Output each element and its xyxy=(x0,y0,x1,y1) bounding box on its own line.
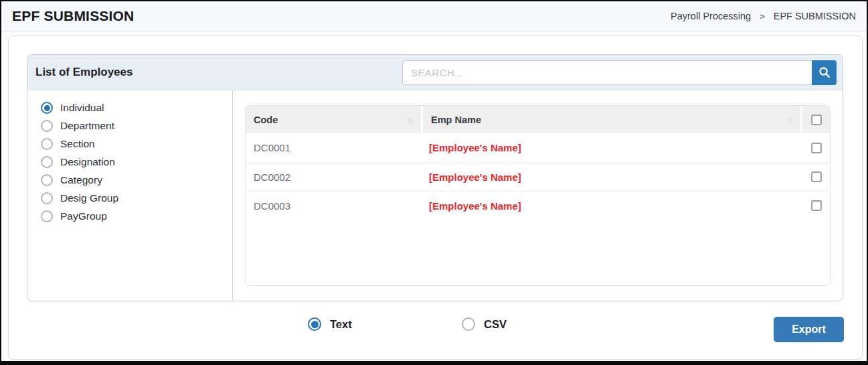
filter-option-paygroup[interactable]: PayGroup xyxy=(41,210,232,222)
main-card: List of Employees xyxy=(8,35,863,360)
employee-code: DC0001 xyxy=(246,142,421,153)
filter-option-department[interactable]: Department xyxy=(41,120,232,132)
epf-submission-screen: EPF SUBMISSION Payroll Processing > EPF … xyxy=(0,0,868,365)
export-footer: Text CSV Export xyxy=(9,301,862,360)
export-button[interactable]: Export xyxy=(774,317,844,342)
breadcrumb-current: EPF SUBMISSION xyxy=(774,11,856,21)
search-bar xyxy=(402,60,837,85)
filter-option-label: PayGroup xyxy=(60,210,107,222)
format-option-label: CSV xyxy=(484,318,507,331)
filter-option-label: Department xyxy=(60,120,114,132)
filter-option-category[interactable]: Category xyxy=(41,174,232,186)
radio-icon xyxy=(41,192,53,204)
column-header-emp-name[interactable]: Emp Name ↑↓ xyxy=(423,106,800,133)
employee-code: DC0002 xyxy=(246,171,421,183)
column-header-code[interactable]: Code ↑↓ xyxy=(246,106,421,133)
sort-icon: ↑↓ xyxy=(786,115,792,125)
filter-option-label: Designation xyxy=(60,156,115,168)
filter-option-individual[interactable]: Individual xyxy=(41,102,232,114)
filter-radio-group: Individual Department Section Designatio… xyxy=(27,90,233,301)
format-option-label: Text xyxy=(330,318,352,331)
search-input[interactable] xyxy=(402,60,812,85)
panel-header: List of Employees xyxy=(27,55,843,90)
row-checkbox[interactable] xyxy=(811,171,822,182)
panel-body: Individual Department Section Designatio… xyxy=(27,90,843,301)
filter-option-desig-group[interactable]: Desig Group xyxy=(41,192,232,204)
radio-icon xyxy=(41,102,53,114)
radio-icon xyxy=(41,156,53,168)
radio-icon xyxy=(41,174,53,186)
row-checkbox[interactable] xyxy=(811,143,822,153)
sort-icon: ↑↓ xyxy=(407,115,413,125)
format-option-csv[interactable]: CSV xyxy=(462,317,507,331)
filter-option-designation[interactable]: Designation xyxy=(41,156,232,168)
table-row: DC0002 [Employee's Name] xyxy=(246,162,830,191)
radio-icon xyxy=(41,120,53,132)
filter-option-label: Individual xyxy=(60,102,104,114)
filter-option-label: Section xyxy=(60,138,95,150)
select-all-checkbox[interactable] xyxy=(811,115,822,125)
search-button[interactable] xyxy=(812,60,837,85)
breadcrumb: Payroll Processing > EPF SUBMISSION xyxy=(671,11,856,21)
employee-name: [Employee's Name] xyxy=(421,200,802,212)
row-checkbox[interactable] xyxy=(811,200,822,211)
employee-table: Code ↑↓ Emp Name ↑↓ xyxy=(245,105,831,286)
top-bar: EPF SUBMISSION Payroll Processing > EPF … xyxy=(1,1,867,31)
radio-icon xyxy=(41,210,53,222)
radio-icon xyxy=(462,317,475,331)
panel-title: List of Employees xyxy=(35,66,133,79)
breadcrumb-parent[interactable]: Payroll Processing xyxy=(671,11,751,21)
column-label: Emp Name xyxy=(431,115,481,125)
table-row: DC0001 [Employee's Name] xyxy=(246,133,830,162)
filter-option-label: Desig Group xyxy=(60,192,118,204)
page-title: EPF SUBMISSION xyxy=(12,8,135,24)
column-header-select-all xyxy=(802,106,830,133)
employee-name: [Employee's Name] xyxy=(421,142,802,153)
employee-table-zone: Code ↑↓ Emp Name ↑↓ xyxy=(233,90,843,301)
filter-option-label: Category xyxy=(60,174,102,186)
search-icon xyxy=(818,66,831,78)
employee-name: [Employee's Name] xyxy=(421,171,802,183)
table-row: DC0003 [Employee's Name] xyxy=(246,191,830,220)
radio-icon xyxy=(41,138,53,150)
format-option-text[interactable]: Text xyxy=(308,317,352,331)
breadcrumb-separator: > xyxy=(760,11,765,21)
filter-option-section[interactable]: Section xyxy=(41,138,232,150)
column-label: Code xyxy=(254,115,278,125)
employee-code: DC0003 xyxy=(246,200,421,212)
table-header-row: Code ↑↓ Emp Name ↑↓ xyxy=(246,106,830,133)
list-of-employees-panel: List of Employees xyxy=(27,54,843,301)
radio-icon xyxy=(308,317,321,331)
